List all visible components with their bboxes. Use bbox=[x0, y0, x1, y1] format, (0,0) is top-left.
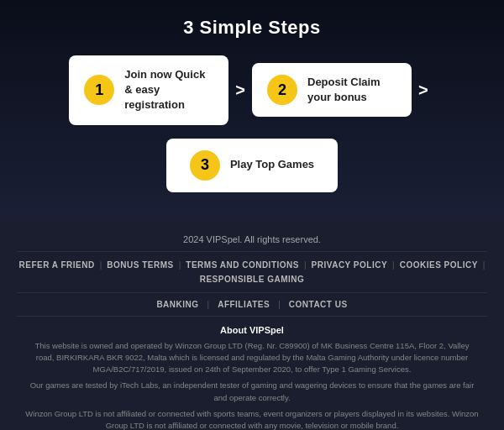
arrow-2: > bbox=[412, 81, 435, 100]
about-text-3: Winzon Group LTD is not affiliated or co… bbox=[25, 408, 479, 430]
arrow-1: > bbox=[228, 81, 252, 100]
footer-nav-primary: REFER A FRIEND | BONUS TERMS | TERMS AND… bbox=[17, 252, 487, 293]
about-text-2: Our games are tested by iTech Labs, an i… bbox=[25, 380, 479, 404]
cookies-policy-link[interactable]: COOKIES POLICY bbox=[400, 260, 478, 270]
step-1-number: 1 bbox=[84, 75, 114, 105]
step-3-wrapper: 3 Play Top Games bbox=[17, 139, 487, 192]
about-section: About VIPSpel This website is owned and … bbox=[17, 317, 487, 430]
refer-friend-link[interactable]: REFER A FRIEND bbox=[19, 260, 95, 270]
top-section: 3 Simple Steps 1 Join now Quick & easy r… bbox=[0, 0, 504, 218]
privacy-policy-link[interactable]: PRIVACY POLICY bbox=[312, 260, 388, 270]
step-3-number: 3 bbox=[190, 150, 220, 181]
footer-nav-secondary: BANKING | AFFILIATES | CONTACT US bbox=[17, 293, 487, 317]
copyright-top: 2024 VIPSpel. All rights reserved. bbox=[17, 228, 487, 252]
bonus-terms-link[interactable]: BONUS TERMS bbox=[107, 260, 173, 270]
steps-container: 1 Join now Quick & easy registration > 2… bbox=[17, 55, 487, 125]
affiliates-link[interactable]: AFFILIATES bbox=[218, 300, 270, 309]
contact-us-link[interactable]: CONTACT US bbox=[289, 300, 348, 309]
page-title: 3 Simple Steps bbox=[17, 17, 487, 39]
banking-link[interactable]: BANKING bbox=[156, 300, 198, 309]
step-2-text: Deposit Claim your bonus bbox=[307, 75, 396, 105]
step-2-number: 2 bbox=[267, 75, 297, 105]
step-1-card: 1 Join now Quick & easy registration bbox=[69, 55, 228, 125]
step-3-text: Play Top Games bbox=[230, 157, 314, 172]
step-2-card: 2 Deposit Claim your bonus bbox=[252, 63, 412, 117]
terms-conditions-link[interactable]: TERMS AND CONDITIONS bbox=[186, 260, 299, 270]
about-text-1: This website is owned and operated by Wi… bbox=[25, 340, 479, 376]
footer-section: 2024 VIPSpel. All rights reserved. REFER… bbox=[0, 218, 504, 430]
responsible-gaming-link[interactable]: RESPONSIBLE GAMING bbox=[200, 275, 305, 284]
about-title: About VIPSpel bbox=[25, 325, 479, 335]
step-3-card: 3 Play Top Games bbox=[166, 139, 338, 192]
step-1-text: Join now Quick & easy registration bbox=[124, 67, 213, 113]
